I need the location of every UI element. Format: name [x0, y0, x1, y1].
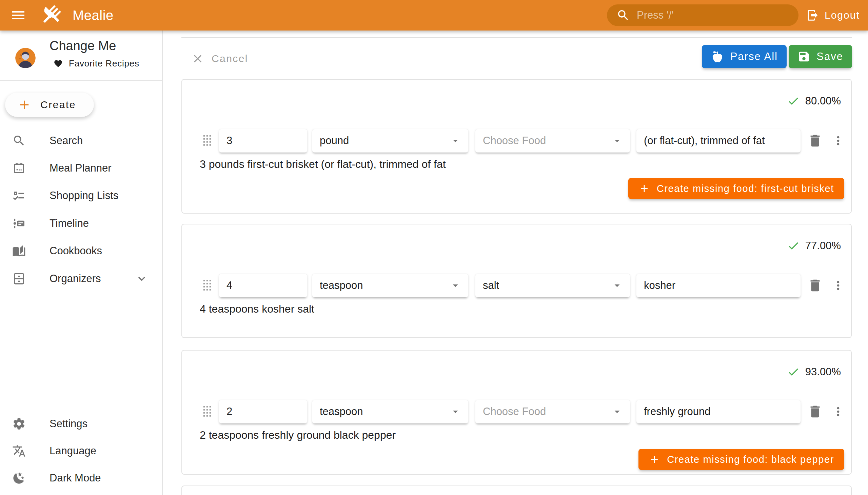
- plus-icon: [17, 98, 32, 112]
- translate-icon: [12, 444, 26, 458]
- dropdown-icon: [449, 279, 461, 292]
- unit-value: teaspoon: [320, 279, 363, 292]
- sidebar-item-organizers[interactable]: Organizers: [0, 265, 162, 292]
- menu-icon[interactable]: [10, 7, 27, 23]
- cancel-label: Cancel: [211, 53, 248, 64]
- chevron-down-icon[interactable]: [135, 272, 149, 286]
- gear-icon: [12, 417, 26, 431]
- plus-icon: [639, 183, 650, 194]
- dropdown-icon: [611, 406, 623, 418]
- amount-input[interactable]: [226, 279, 300, 292]
- sidebar-item-label: Settings: [50, 418, 87, 430]
- note-field[interactable]: [636, 400, 801, 424]
- kebab-icon[interactable]: [831, 134, 845, 148]
- sidebar-item-label: Timeline: [50, 217, 89, 229]
- food-select[interactable]: Choose Food: [475, 129, 630, 153]
- food-placeholder: Choose Food: [483, 406, 546, 418]
- confidence-value: 80.00%: [805, 95, 841, 107]
- dropdown-icon: [611, 135, 623, 147]
- unit-value: pound: [320, 135, 349, 147]
- sidebar-item-language[interactable]: Language: [0, 437, 162, 464]
- dropdown-icon: [449, 406, 461, 418]
- apple-icon: [711, 50, 724, 63]
- main-content: Cancel Parse All Save 80.00% pound Choos…: [163, 31, 868, 495]
- sidebar-item-cookbooks[interactable]: Cookbooks: [0, 237, 162, 264]
- sidebar-item-dark-mode[interactable]: Dark Mode: [0, 464, 162, 492]
- sidebar-item-label: Language: [50, 445, 96, 457]
- unit-select[interactable]: teaspoon: [312, 400, 469, 424]
- search-icon: [12, 134, 26, 148]
- ingredient-card: 80.00% pound Choose Food 3 pounds first-…: [182, 79, 852, 214]
- timeline-icon: [12, 217, 26, 230]
- parse-all-button[interactable]: Parse All: [702, 45, 787, 68]
- moon-icon: [12, 471, 26, 485]
- note-input[interactable]: [644, 406, 793, 418]
- note-input[interactable]: [644, 279, 793, 292]
- parse-all-label: Parse All: [730, 51, 778, 63]
- search-icon: [616, 8, 630, 22]
- divider: [182, 37, 852, 38]
- ingredient-card: 77.00% teaspoon salt 4 teaspoons kosher …: [182, 224, 852, 338]
- create-missing-food-button[interactable]: Create missing food: first-cut brisket: [628, 178, 844, 199]
- checklist-icon: [12, 189, 26, 202]
- favorite-recipes-link[interactable]: Favorite Recipes: [54, 58, 139, 69]
- confidence-indicator: 93.00%: [787, 365, 841, 378]
- cabinet-icon: [12, 272, 26, 286]
- delete-icon[interactable]: [807, 404, 823, 420]
- amount-input[interactable]: [226, 135, 300, 147]
- sidebar-item-meal-planner[interactable]: Meal Planner: [0, 155, 162, 182]
- create-missing-food-label: Create missing food: first-cut brisket: [657, 183, 834, 194]
- logout-button[interactable]: Logout: [806, 0, 860, 31]
- sidebar-item-label: Meal Planner: [50, 162, 112, 174]
- create-missing-food-button[interactable]: Create missing food: black pepper: [639, 449, 844, 470]
- note-input[interactable]: [644, 135, 793, 147]
- cancel-button[interactable]: Cancel: [191, 47, 248, 70]
- divider: [0, 80, 162, 81]
- unit-select[interactable]: teaspoon: [312, 274, 469, 297]
- sidebar-item-search[interactable]: Search: [0, 127, 162, 154]
- amount-input[interactable]: [226, 406, 300, 418]
- create-missing-food-label: Create missing food: black pepper: [667, 454, 834, 465]
- sidebar-item-label: Shopping Lists: [50, 189, 118, 202]
- check-icon: [787, 365, 800, 378]
- ingredient-card: 93.00% teaspoon Choose Food 2 teaspoons …: [182, 350, 852, 475]
- amount-field[interactable]: [219, 274, 308, 297]
- search-bar[interactable]: [607, 4, 799, 26]
- save-button[interactable]: Save: [789, 45, 852, 68]
- kebab-icon[interactable]: [831, 279, 845, 292]
- search-input[interactable]: [637, 9, 790, 21]
- sidebar-item-settings[interactable]: Settings: [0, 410, 162, 437]
- sidebar-item-label: Cookbooks: [50, 245, 102, 257]
- check-icon: [787, 239, 800, 252]
- amount-field[interactable]: [219, 400, 308, 424]
- sidebar-item-shopping-lists[interactable]: Shopping Lists: [0, 182, 162, 209]
- sidebar-item-timeline[interactable]: Timeline: [0, 210, 162, 237]
- note-field[interactable]: [636, 129, 801, 153]
- drag-icon[interactable]: [198, 402, 216, 421]
- create-button[interactable]: Create: [5, 92, 94, 117]
- food-select[interactable]: Choose Food: [475, 400, 630, 424]
- note-field[interactable]: [636, 274, 801, 297]
- user-name: Change Me: [50, 39, 116, 53]
- save-icon: [798, 50, 810, 63]
- sidebar-item-label: Organizers: [50, 273, 101, 285]
- kebab-icon[interactable]: [831, 405, 845, 419]
- drag-icon[interactable]: [198, 131, 216, 150]
- food-placeholder: Choose Food: [483, 135, 546, 147]
- dropdown-icon: [611, 279, 623, 292]
- drag-icon[interactable]: [198, 276, 216, 294]
- amount-field[interactable]: [219, 129, 308, 153]
- delete-icon[interactable]: [807, 278, 823, 293]
- user-profile[interactable]: Change Me Favorite Recipes: [0, 31, 162, 80]
- parsed-ingredient-text: 4 teaspoons kosher salt: [200, 303, 314, 315]
- heart-icon: [54, 59, 63, 68]
- sidebar: Change Me Favorite Recipes Create Search…: [0, 31, 163, 495]
- save-label: Save: [816, 51, 843, 63]
- sidebar-item-label: Dark Mode: [50, 472, 101, 484]
- unit-select[interactable]: pound: [312, 129, 469, 153]
- delete-icon[interactable]: [807, 133, 823, 149]
- avatar: [15, 48, 36, 68]
- app-header: Mealie Logout: [0, 0, 868, 31]
- logout-icon: [806, 9, 819, 22]
- food-select[interactable]: salt: [475, 274, 630, 297]
